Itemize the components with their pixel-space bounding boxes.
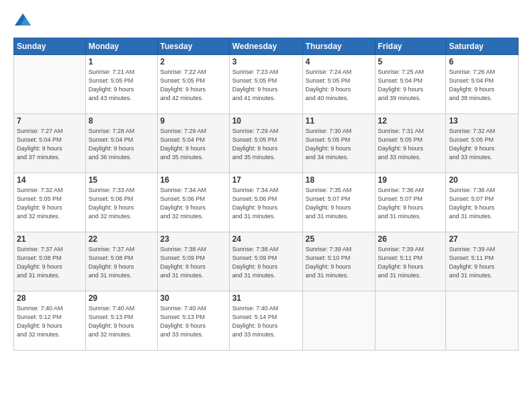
day-detail: Sunrise: 7:38 AM Sunset: 5:09 PM Dayligh…	[232, 245, 300, 280]
day-detail: Sunrise: 7:24 AM Sunset: 5:05 PM Dayligh…	[306, 68, 372, 103]
calendar-cell: 1Sunrise: 7:21 AM Sunset: 5:05 PM Daylig…	[85, 55, 157, 114]
day-detail: Sunrise: 7:40 AM Sunset: 5:13 PM Dayligh…	[89, 304, 154, 339]
week-row-0: 1Sunrise: 7:21 AM Sunset: 5:05 PM Daylig…	[14, 55, 519, 114]
day-detail: Sunrise: 7:40 AM Sunset: 5:13 PM Dayligh…	[161, 304, 226, 339]
day-detail: Sunrise: 7:39 AM Sunset: 5:11 PM Dayligh…	[378, 245, 443, 280]
day-detail: Sunrise: 7:23 AM Sunset: 5:05 PM Dayligh…	[232, 68, 300, 103]
day-number: 18	[306, 175, 372, 185]
day-number: 3	[232, 57, 300, 66]
week-row-4: 28Sunrise: 7:40 AM Sunset: 5:12 PM Dayli…	[14, 291, 519, 351]
week-row-1: 7Sunrise: 7:27 AM Sunset: 5:04 PM Daylig…	[14, 114, 519, 173]
day-detail: Sunrise: 7:25 AM Sunset: 5:04 PM Dayligh…	[378, 68, 443, 103]
day-number: 4	[306, 57, 372, 66]
col-header-friday: Friday	[375, 38, 446, 55]
calendar-cell: 4Sunrise: 7:24 AM Sunset: 5:05 PM Daylig…	[302, 55, 375, 114]
day-detail: Sunrise: 7:36 AM Sunset: 5:07 PM Dayligh…	[449, 186, 515, 221]
calendar-cell: 22Sunrise: 7:37 AM Sunset: 5:08 PM Dayli…	[85, 232, 157, 291]
calendar-cell: 8Sunrise: 7:28 AM Sunset: 5:04 PM Daylig…	[85, 114, 157, 173]
calendar-cell	[446, 291, 519, 351]
calendar-cell: 14Sunrise: 7:32 AM Sunset: 5:05 PM Dayli…	[14, 173, 86, 232]
col-header-thursday: Thursday	[302, 38, 375, 55]
day-detail: Sunrise: 7:27 AM Sunset: 5:04 PM Dayligh…	[17, 127, 83, 162]
calendar-cell: 12Sunrise: 7:31 AM Sunset: 5:05 PM Dayli…	[375, 114, 446, 173]
day-number: 25	[306, 234, 372, 244]
col-header-tuesday: Tuesday	[157, 38, 229, 55]
header	[13, 12, 519, 31]
calendar-table: SundayMondayTuesdayWednesdayThursdayFrid…	[13, 38, 519, 351]
day-number: 6	[449, 57, 515, 66]
calendar-cell: 2Sunrise: 7:22 AM Sunset: 5:05 PM Daylig…	[157, 55, 229, 114]
day-detail: Sunrise: 7:22 AM Sunset: 5:05 PM Dayligh…	[161, 68, 226, 103]
calendar-cell: 21Sunrise: 7:37 AM Sunset: 5:08 PM Dayli…	[14, 232, 86, 291]
week-row-2: 14Sunrise: 7:32 AM Sunset: 5:05 PM Dayli…	[14, 173, 519, 232]
day-number: 23	[161, 234, 226, 244]
day-detail: Sunrise: 7:26 AM Sunset: 5:04 PM Dayligh…	[449, 68, 515, 103]
calendar-cell: 9Sunrise: 7:29 AM Sunset: 5:04 PM Daylig…	[157, 114, 229, 173]
col-header-saturday: Saturday	[446, 38, 519, 55]
calendar-cell: 31Sunrise: 7:40 AM Sunset: 5:14 PM Dayli…	[229, 291, 302, 351]
day-number: 7	[17, 116, 83, 126]
day-number: 20	[449, 175, 515, 185]
calendar-cell: 23Sunrise: 7:38 AM Sunset: 5:09 PM Dayli…	[157, 232, 229, 291]
day-number: 17	[232, 175, 300, 185]
day-detail: Sunrise: 7:29 AM Sunset: 5:05 PM Dayligh…	[232, 127, 300, 162]
calendar-cell: 17Sunrise: 7:34 AM Sunset: 5:06 PM Dayli…	[229, 173, 302, 232]
col-header-wednesday: Wednesday	[229, 38, 302, 55]
calendar-cell: 5Sunrise: 7:25 AM Sunset: 5:04 PM Daylig…	[375, 55, 446, 114]
calendar-cell: 16Sunrise: 7:34 AM Sunset: 5:06 PM Dayli…	[157, 173, 229, 232]
day-detail: Sunrise: 7:28 AM Sunset: 5:04 PM Dayligh…	[89, 127, 154, 162]
page: SundayMondayTuesdayWednesdayThursdayFrid…	[0, 0, 532, 411]
day-number: 31	[232, 293, 300, 303]
day-detail: Sunrise: 7:36 AM Sunset: 5:07 PM Dayligh…	[378, 186, 443, 221]
day-detail: Sunrise: 7:31 AM Sunset: 5:05 PM Dayligh…	[378, 127, 443, 162]
day-number: 12	[378, 116, 443, 126]
day-detail: Sunrise: 7:30 AM Sunset: 5:05 PM Dayligh…	[306, 127, 372, 162]
calendar-cell	[302, 291, 375, 351]
day-number: 16	[161, 175, 226, 185]
day-number: 8	[89, 116, 154, 126]
day-detail: Sunrise: 7:34 AM Sunset: 5:06 PM Dayligh…	[232, 186, 300, 221]
day-number: 9	[161, 116, 226, 126]
calendar-cell: 7Sunrise: 7:27 AM Sunset: 5:04 PM Daylig…	[14, 114, 86, 173]
calendar-cell: 25Sunrise: 7:39 AM Sunset: 5:10 PM Dayli…	[302, 232, 375, 291]
day-detail: Sunrise: 7:34 AM Sunset: 5:06 PM Dayligh…	[161, 186, 226, 221]
day-number: 30	[161, 293, 226, 303]
calendar-cell: 28Sunrise: 7:40 AM Sunset: 5:12 PM Dayli…	[14, 291, 86, 351]
day-detail: Sunrise: 7:32 AM Sunset: 5:05 PM Dayligh…	[17, 186, 83, 221]
day-detail: Sunrise: 7:40 AM Sunset: 5:14 PM Dayligh…	[232, 304, 300, 339]
day-number: 2	[161, 57, 226, 66]
calendar-cell: 29Sunrise: 7:40 AM Sunset: 5:13 PM Dayli…	[85, 291, 157, 351]
calendar-cell: 6Sunrise: 7:26 AM Sunset: 5:04 PM Daylig…	[446, 55, 519, 114]
day-number: 27	[449, 234, 515, 244]
calendar-cell: 19Sunrise: 7:36 AM Sunset: 5:07 PM Dayli…	[375, 173, 446, 232]
day-number: 13	[449, 116, 515, 126]
day-number: 22	[89, 234, 154, 244]
logo-icon	[13, 12, 32, 31]
day-detail: Sunrise: 7:35 AM Sunset: 5:07 PM Dayligh…	[306, 186, 372, 221]
calendar-cell: 18Sunrise: 7:35 AM Sunset: 5:07 PM Dayli…	[302, 173, 375, 232]
day-number: 10	[232, 116, 300, 126]
calendar-cell: 13Sunrise: 7:32 AM Sunset: 5:05 PM Dayli…	[446, 114, 519, 173]
calendar-cell: 15Sunrise: 7:33 AM Sunset: 5:06 PM Dayli…	[85, 173, 157, 232]
day-number: 26	[378, 234, 443, 244]
day-detail: Sunrise: 7:37 AM Sunset: 5:08 PM Dayligh…	[89, 245, 154, 280]
day-number: 21	[17, 234, 83, 244]
calendar-cell: 24Sunrise: 7:38 AM Sunset: 5:09 PM Dayli…	[229, 232, 302, 291]
col-header-sunday: Sunday	[14, 38, 86, 55]
week-row-3: 21Sunrise: 7:37 AM Sunset: 5:08 PM Dayli…	[14, 232, 519, 291]
day-number: 24	[232, 234, 300, 244]
day-number: 1	[89, 57, 154, 66]
day-number: 15	[89, 175, 154, 185]
day-detail: Sunrise: 7:32 AM Sunset: 5:05 PM Dayligh…	[449, 127, 515, 162]
col-header-monday: Monday	[85, 38, 157, 55]
calendar-cell	[14, 55, 86, 114]
day-number: 5	[378, 57, 443, 66]
day-detail: Sunrise: 7:38 AM Sunset: 5:09 PM Dayligh…	[161, 245, 226, 280]
day-detail: Sunrise: 7:39 AM Sunset: 5:10 PM Dayligh…	[306, 245, 372, 280]
calendar-cell: 3Sunrise: 7:23 AM Sunset: 5:05 PM Daylig…	[229, 55, 302, 114]
calendar-cell: 11Sunrise: 7:30 AM Sunset: 5:05 PM Dayli…	[302, 114, 375, 173]
calendar-cell: 20Sunrise: 7:36 AM Sunset: 5:07 PM Dayli…	[446, 173, 519, 232]
day-detail: Sunrise: 7:33 AM Sunset: 5:06 PM Dayligh…	[89, 186, 154, 221]
day-number: 11	[306, 116, 372, 126]
day-number: 14	[17, 175, 83, 185]
